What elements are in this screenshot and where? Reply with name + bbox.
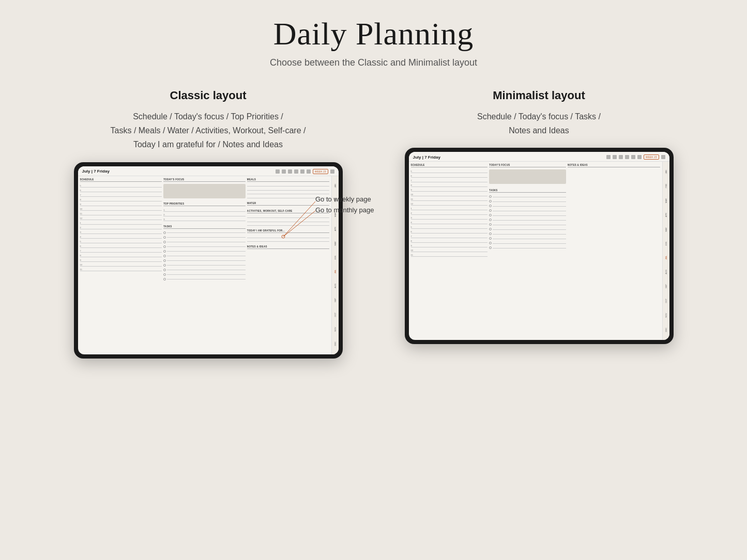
schedule-row-5: 5 — [80, 184, 162, 188]
min-month-mar[interactable]: MAR — [665, 198, 667, 203]
min-icon-settings[interactable] — [625, 155, 629, 159]
min-month-sep[interactable]: SEP — [665, 284, 667, 288]
min-row-23: 11 — [411, 253, 488, 257]
min-month-apr[interactable]: APR — [665, 213, 667, 217]
min-icon-menu[interactable] — [661, 155, 665, 159]
schedule-row-13: 1 — [80, 221, 162, 225]
min-month-nov[interactable]: NOV — [665, 313, 667, 318]
min-month-oct[interactable]: OCT — [665, 299, 667, 303]
schedule-row-20: 8 — [80, 254, 162, 257]
page-subtitle: Choose between the Classic and Minimalis… — [0, 57, 747, 68]
minimalist-planner-header: July | 7 Friday WEEK 23 — [409, 152, 669, 162]
min-icon-link[interactable] — [613, 155, 617, 159]
schedule-row-9: 9 — [80, 203, 162, 206]
month-jun[interactable]: JUN — [334, 256, 337, 260]
minimalist-layout-description: Schedule / Today's focus / Tasks / Notes… — [477, 110, 601, 137]
min-icon-share[interactable] — [619, 155, 623, 159]
schedule-row-7: 7 — [80, 193, 162, 197]
icon-share[interactable] — [288, 169, 292, 174]
min-row-10: 10 — [411, 193, 488, 196]
min-month-may[interactable]: MAY — [665, 227, 667, 231]
minimalist-planner-body: SCHEDULE 5 6 7 8 9 10 11 12 1 — [409, 162, 669, 340]
min-icon-star[interactable] — [631, 155, 635, 159]
schedule-row-11: 11 — [80, 212, 162, 215]
min-col-2: TODAY'S FOCUS TASKS — [489, 164, 566, 338]
min-row-17: 5 — [411, 225, 488, 229]
min-task-1 — [489, 195, 566, 198]
task-1 — [163, 231, 246, 235]
month-jan[interactable]: JAN — [334, 184, 337, 188]
task-9 — [163, 268, 246, 272]
task-11 — [163, 277, 246, 281]
min-month-jun[interactable]: JUN — [665, 242, 667, 246]
month-aug[interactable]: AUG — [334, 284, 337, 288]
min-row-5: 5 — [411, 169, 488, 173]
classic-grid: SCHEDULE 5 6 7 8 9 10 11 12 1 — [78, 176, 331, 354]
tasks-label: TASKS — [163, 225, 246, 229]
min-row-13: 1 — [411, 207, 488, 210]
minimalist-tablet: July | 7 Friday WEEK 23 — [405, 148, 674, 344]
min-task-6 — [489, 218, 566, 222]
notes-label: NOTES & IDEAS — [247, 245, 329, 249]
classic-planner-content: July | 7 Friday WEEK 23 — [78, 166, 339, 354]
month-jul[interactable]: JUL — [334, 270, 337, 274]
classic-col-2: TODAY'S FOCUS TOP PRIORITIES 1. 2. 3. TA… — [163, 178, 246, 317]
focus-label: TODAY'S FOCUS — [163, 178, 246, 182]
icon-link[interactable] — [282, 169, 286, 174]
min-month-feb[interactable]: FEB — [665, 184, 667, 188]
month-may[interactable]: MAY — [334, 241, 337, 245]
task-2 — [163, 236, 246, 239]
min-task-3 — [489, 204, 566, 208]
task-7 — [163, 259, 246, 262]
schedule-row-18: 6 — [80, 244, 162, 248]
month-oct[interactable]: OCT — [334, 313, 337, 317]
min-schedule-label: SCHEDULE — [411, 164, 488, 167]
min-row-18: 6 — [411, 230, 488, 234]
min-row-8: 8 — [411, 183, 488, 187]
classic-tablet-screen: July | 7 Friday WEEK 23 — [78, 166, 339, 354]
icon-menu[interactable] — [330, 169, 334, 174]
icon-settings[interactable] — [294, 169, 298, 174]
min-notes-area[interactable] — [568, 169, 660, 338]
priority-3: 3. — [163, 217, 246, 221]
minimalist-grid: SCHEDULE 5 6 7 8 9 10 11 12 1 — [409, 162, 662, 340]
min-month-dec[interactable]: DEC — [665, 328, 667, 332]
min-task-4 — [489, 209, 566, 212]
min-month-aug[interactable]: AUG — [665, 270, 667, 274]
month-nov[interactable]: NOV — [334, 327, 337, 332]
month-dec[interactable]: DEC — [334, 341, 337, 346]
meal-d — [247, 192, 329, 195]
minimalist-week-badge: WEEK 23 — [644, 154, 659, 160]
notes-area[interactable] — [247, 251, 329, 316]
icon-copy[interactable] — [276, 169, 280, 174]
min-month-jul[interactable]: JUL — [665, 256, 667, 260]
callout-container: Go to weekly page Go to monthly page — [315, 195, 374, 214]
classic-layout-title: Classic layout — [170, 89, 247, 102]
callout-monthly: Go to monthly page — [315, 206, 374, 214]
meal-l — [247, 188, 329, 191]
grateful-label: TODAY I AM GRATEFUL FOR... — [247, 229, 329, 233]
schedule-row-21: 9 — [80, 258, 162, 262]
min-task-10 — [489, 237, 566, 240]
min-icon-page[interactable] — [637, 155, 642, 159]
focus-box[interactable] — [163, 184, 246, 198]
month-sep[interactable]: SEP — [334, 298, 337, 302]
min-row-9: 9 — [411, 188, 488, 192]
icon-star[interactable] — [300, 169, 304, 174]
min-row-21: 9 — [411, 244, 488, 247]
task-8 — [163, 263, 246, 267]
icon-page[interactable] — [307, 169, 311, 174]
act-1 — [247, 215, 329, 219]
min-row-20: 8 — [411, 239, 488, 243]
task-6 — [163, 254, 246, 258]
min-row-15: 3 — [411, 216, 488, 220]
min-icon-copy[interactable] — [606, 155, 611, 159]
schedule-row-14: 2 — [80, 226, 162, 229]
min-month-jan[interactable]: JAN — [665, 170, 667, 174]
month-apr[interactable]: APR — [334, 227, 337, 231]
priority-1: 1. — [163, 208, 246, 212]
classic-planner-header: July | 7 Friday WEEK 23 — [78, 166, 339, 176]
min-focus-box[interactable] — [489, 169, 566, 184]
meals-label: MEALS — [247, 178, 329, 182]
classic-icons: WEEK 23 — [276, 169, 334, 174]
